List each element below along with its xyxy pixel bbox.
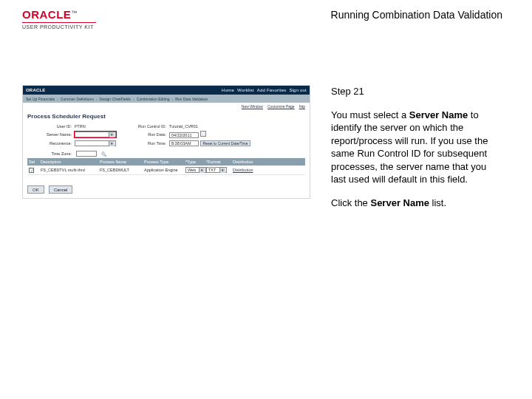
row-select-checkbox[interactable]: ✓: [29, 168, 34, 173]
lbl-recurrence: Recurrence:: [27, 141, 72, 146]
link-worklist[interactable]: Worklist: [237, 88, 254, 92]
link-sign-out[interactable]: Sign out: [289, 88, 307, 92]
lbl-time-zone: Time Zone:: [27, 151, 72, 156]
app-logo: ORACLE: [26, 88, 46, 92]
time-zone-lookup-icon[interactable]: 🔍: [101, 151, 106, 157]
link-customize-page[interactable]: Customize Page: [267, 104, 295, 109]
row-process-name: FS_CEBDMULT: [100, 168, 144, 172]
app-topbar: ORACLE Home Worklist Add Favorites Sign …: [23, 86, 310, 95]
reset-time-button[interactable]: Reset to Current Date/Time: [200, 140, 251, 146]
process-list-header: Sel Description Process Name Process Typ…: [27, 158, 305, 166]
brand-rule: [22, 22, 96, 23]
doc-title: Running Combination Data Validation: [331, 9, 510, 21]
server-name-select[interactable]: [75, 132, 116, 137]
lbl-run-date: Run Date:: [126, 132, 166, 137]
link-new-window[interactable]: New Window: [242, 104, 263, 109]
form-title: Process Scheduler Request: [27, 113, 305, 120]
row-distribution-link[interactable]: Distribution: [233, 168, 304, 172]
step-label: Step 21: [331, 85, 504, 98]
instruction-para-1: You must select a Server Name to identif…: [331, 109, 504, 186]
brand-block: ORACLE™ USER PRODUCTIVITY KIT: [22, 9, 96, 30]
instruction-panel: Step 21 You must select a Server Name to…: [331, 85, 510, 219]
instruction-para-2: Click the Server Name list.: [331, 197, 504, 210]
app-screenshot: ORACLE Home Worklist Add Favorites Sign …: [22, 85, 310, 199]
run-time-input[interactable]: 8:38:03AM: [169, 140, 199, 146]
lbl-user-id: User ID:: [27, 124, 72, 129]
lbl-server-name: Server Name:: [27, 132, 72, 137]
run-date-wrap: 04/22/2011: [169, 131, 305, 138]
process-list-row: ✓ FS_CEBDTVL multi-thrd FS_CEBDMULT Appl…: [27, 166, 305, 175]
brand-logo: ORACLE™: [22, 9, 77, 21]
cancel-button[interactable]: Cancel: [49, 185, 73, 194]
app-toplinks: Home Worklist Add Favorites Sign out: [222, 88, 307, 92]
run-time-wrap: 8:38:03AM Reset to Current Date/Time: [169, 140, 305, 146]
brand-subtitle: USER PRODUCTIVITY KIT: [22, 24, 94, 30]
val-user-id: FTRN: [75, 124, 123, 129]
link-http[interactable]: http: [299, 104, 305, 109]
app-subbar: New Window Customize Page http: [23, 103, 310, 110]
time-zone-input[interactable]: [76, 151, 97, 157]
ok-button[interactable]: OK: [27, 185, 44, 194]
run-date-input[interactable]: 04/22/2011: [169, 132, 199, 138]
link-home[interactable]: Home: [222, 88, 234, 92]
calendar-icon[interactable]: [200, 131, 206, 137]
row-format-select[interactable]: TXT: [206, 167, 227, 173]
app-breadcrumb: Set Up Financials› Common Definitions› D…: [23, 95, 310, 103]
lbl-run-time: Run Time:: [126, 141, 166, 146]
link-add-favorites[interactable]: Add Favorites: [257, 88, 287, 92]
row-type-select[interactable]: Web: [185, 167, 206, 173]
val-run-control: Tutorial_CVR01: [169, 124, 305, 129]
lbl-run-control: Run Control ID:: [126, 124, 166, 129]
recurrence-select[interactable]: [75, 140, 116, 146]
row-process-type: Application Engine: [144, 168, 185, 172]
row-description: FS_CEBDTVL multi-thrd: [41, 168, 100, 172]
